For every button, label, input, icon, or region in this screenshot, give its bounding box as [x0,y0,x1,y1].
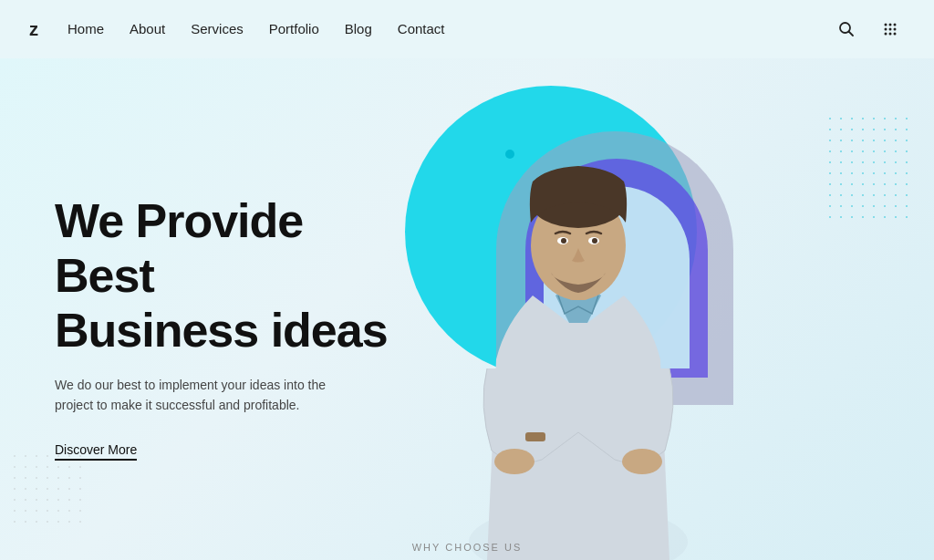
nav-item-portfolio[interactable]: Portfolio [269,21,319,37]
search-icon[interactable] [832,15,861,44]
nav-link-services[interactable]: Services [191,21,244,36]
nav-links: Home About Services Portfolio Blog Conta… [67,21,445,37]
svg-point-18 [592,238,597,244]
dot-grid-left [9,451,82,524]
svg-line-1 [849,32,854,36]
logo: z [29,19,38,40]
svg-point-10 [894,33,897,36]
svg-point-2 [885,24,887,26]
nav-link-blog[interactable]: Blog [345,21,372,36]
svg-point-21 [622,449,662,474]
nav-item-services[interactable]: Services [191,21,244,37]
nav-left: z Home About Services Portfolio Blog Con… [29,19,445,40]
svg-rect-19 [525,432,545,441]
grid-icon[interactable] [876,15,905,44]
hero-content: We Provide Best Business ideas We do our… [0,158,401,460]
hero-person-image [405,86,752,560]
bottom-hint: WHY CHOOSE US [412,542,523,560]
nav-link-contact[interactable]: Contact [398,21,445,36]
svg-point-3 [889,24,892,26]
nav-link-home[interactable]: Home [67,21,104,36]
svg-point-8 [885,33,887,36]
discover-more-button[interactable]: Discover More [55,442,137,461]
hero-subtitle: We do our best to implement your ideas i… [55,375,347,416]
svg-point-5 [885,28,887,31]
hero-title: We Provide Best Business ideas [55,194,401,358]
nav-item-home[interactable]: Home [67,21,104,37]
nav-link-portfolio[interactable]: Portfolio [269,21,319,36]
dot-grid-right [825,113,916,223]
nav-link-about[interactable]: About [130,21,165,36]
nav-item-blog[interactable]: Blog [345,21,372,37]
svg-point-6 [889,28,892,31]
svg-point-9 [889,33,892,36]
nav-item-about[interactable]: About [130,21,165,37]
nav-right [832,15,905,44]
hero-section: We Provide Best Business ideas We do our… [0,58,934,560]
nav-item-contact[interactable]: Contact [398,21,445,37]
svg-point-17 [561,238,566,244]
svg-point-4 [894,24,897,26]
svg-point-7 [894,28,897,31]
navbar: z Home About Services Portfolio Blog Con… [0,0,934,58]
svg-point-20 [494,449,534,474]
